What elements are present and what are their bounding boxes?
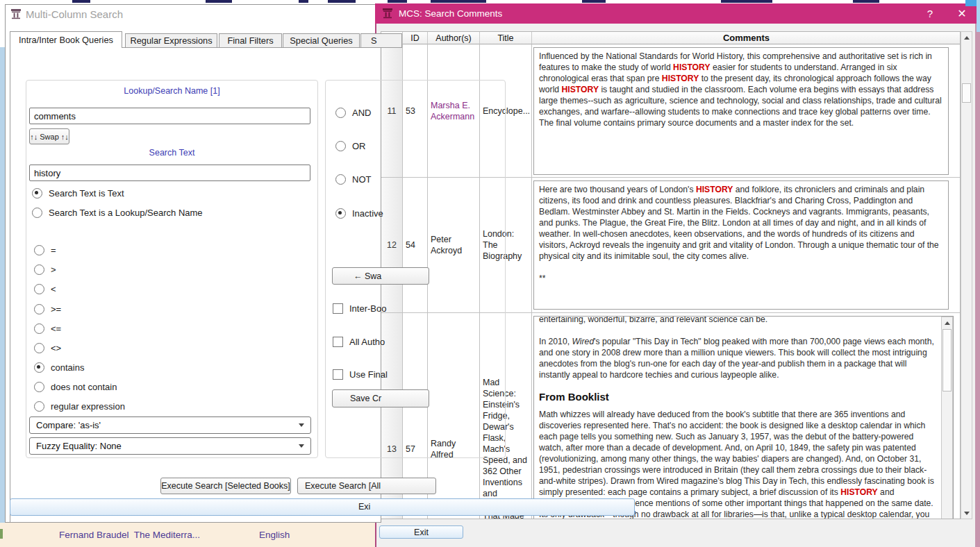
radio-op-regular-expression[interactable]: regular expression (34, 401, 125, 412)
app-pillar-icon (382, 8, 393, 19)
radio-off-icon (34, 382, 44, 392)
radio-logic-or[interactable]: OR (335, 141, 366, 151)
comment-text: Influenced by the National Standards for… (534, 48, 948, 131)
checkbox-use-final[interactable]: Use Final (333, 369, 388, 380)
radio-on-icon (34, 362, 44, 373)
window-title: Multi-Column Search (26, 8, 123, 20)
tab-regular-expressions[interactable]: Regular Expressions (125, 33, 217, 48)
dialog-titlebar[interactable]: MCS: Search Comments ? ✕ (375, 3, 980, 24)
radio-off-icon (34, 343, 44, 353)
radio-off-icon (34, 264, 44, 275)
radio-op-less-equal[interactable]: <= (34, 323, 61, 334)
occluded-window-fragment (299, 0, 308, 3)
occluded-window-fragment (72, 0, 90, 3)
scroll-up-icon[interactable] (962, 33, 971, 43)
exit-button[interactable]: Exit (379, 525, 463, 539)
checkbox-all-authors[interactable]: All Autho (333, 337, 385, 347)
tab-final-filters[interactable]: Final Filters (219, 33, 282, 48)
radio-op-contains[interactable]: contains (34, 362, 84, 373)
radio-off-icon (34, 284, 44, 294)
column-header-title[interactable]: Title (480, 32, 532, 44)
occluded-window-fragment (388, 0, 407, 3)
comment-viewer: Influenced by the National Standards for… (533, 47, 949, 175)
checkbox-inter-book[interactable]: Inter-Boo (333, 303, 386, 314)
scroll-down-icon[interactable] (962, 508, 971, 519)
radio-search-text-is-text[interactable]: Search Text is Text (32, 188, 124, 199)
checkbox-icon (333, 337, 343, 347)
execute-search-all-button[interactable]: Execute Search [All (297, 478, 436, 494)
swap-button[interactable]: ↑↓ Swap ↑↓ (29, 128, 69, 144)
tab-intra-inter-book-queries[interactable]: Intra/Inter Book Queries (10, 31, 122, 48)
scrollbar-thumb[interactable] (942, 329, 952, 392)
screen: Multi-Column Search Intra/Inter Book Que… (0, 0, 980, 547)
compare-dropdown[interactable]: Compare: 'as-is' (29, 416, 311, 434)
table-scrollbar[interactable] (961, 31, 972, 519)
radio-logic-not[interactable]: NOT (335, 174, 371, 185)
radio-op-does-not-contain[interactable]: does not contain (34, 382, 117, 392)
radio-off-icon (34, 245, 44, 255)
dialog-frame-right (975, 24, 980, 547)
status-bar: Fernand Braudel The Mediterra... English (0, 523, 379, 547)
chevron-down-icon (299, 423, 304, 427)
radio-off-icon (34, 401, 44, 412)
radio-off-icon (34, 304, 44, 314)
occluded-window-edge-right (977, 0, 980, 32)
help-button[interactable]: ? (922, 7, 938, 20)
radio-off-icon (335, 174, 346, 185)
occluded-window-fragment (582, 0, 606, 3)
radio-op-not-equal[interactable]: <> (34, 343, 61, 353)
tab-special-queries[interactable]: Special Queries (283, 33, 360, 48)
fuzzy-equality-dropdown[interactable]: Fuzzy Equality: None (29, 437, 311, 455)
occluded-window-fragment (206, 0, 232, 3)
radio-on-icon (32, 188, 42, 199)
checkbox-icon (333, 303, 343, 314)
execute-search-selected-button[interactable]: Execute Search [Selected Books] (160, 478, 291, 494)
radio-off-icon (335, 141, 346, 151)
occluded-window-strip (0, 0, 980, 3)
language-label: English (259, 530, 290, 540)
radio-logic-inactive[interactable]: Inactive (335, 208, 383, 219)
lookup-name-label: Lookup/Search Name [1] (26, 86, 318, 96)
occluded-window-fragment (328, 0, 356, 3)
search-text-input[interactable]: history (29, 165, 310, 181)
radio-on-icon (335, 208, 346, 219)
current-book-label: Fernand Braudel The Mediterra... (59, 530, 200, 540)
column-header-comments[interactable]: Comments (532, 32, 961, 44)
comment-text: entertaining, wonderful, bizarre, and re… (534, 316, 942, 519)
radio-op-equals[interactable]: = (34, 245, 56, 255)
column-header-id[interactable]: ID (403, 32, 428, 44)
occluded-window-edge-left (0, 47, 5, 523)
radio-logic-and[interactable]: AND (335, 108, 371, 118)
lookup-name-input[interactable]: comments (29, 108, 310, 124)
swap-columns-button[interactable]: ← Swa (332, 267, 429, 285)
radio-op-greater-equal[interactable]: >= (34, 304, 61, 314)
search-text-label: Search Text (26, 148, 318, 158)
tab-truncated[interactable]: S (360, 33, 402, 48)
comment-scrollbar[interactable] (941, 317, 953, 519)
comment-viewer: entertaining, wonderful, bizarre, and re… (533, 316, 954, 519)
occluded-window-fragment (853, 0, 879, 3)
status-green-marker (0, 529, 3, 539)
radio-op-less[interactable]: < (34, 284, 56, 294)
chevron-down-icon (299, 444, 304, 448)
radio-off-icon (335, 108, 346, 118)
occluded-window-fragment (721, 0, 772, 3)
scrollbar-thumb[interactable] (962, 83, 971, 103)
radio-off-icon (34, 323, 44, 334)
radio-off-icon (32, 208, 42, 218)
comment-viewer: Here are two thousand years of London's … (533, 180, 949, 310)
comment-text: Here are two thousand years of London's … (534, 181, 948, 287)
scroll-up-icon[interactable] (942, 318, 952, 328)
multi-column-search-window: Multi-Column Search Intra/Inter Book Que… (5, 4, 382, 523)
exit-button-bg-window[interactable]: Exi (10, 498, 635, 516)
occluded-window-fragment (431, 0, 486, 3)
save-criteria-button[interactable]: Save Cr (332, 389, 429, 407)
radio-search-text-is-lookup[interactable]: Search Text is a Lookup/Search Name (32, 208, 203, 218)
close-button[interactable]: ✕ (953, 6, 971, 21)
app-pillar-icon (10, 8, 22, 19)
dialog-title: MCS: Search Comments (399, 8, 502, 19)
radio-op-greater[interactable]: > (34, 264, 56, 275)
column-header-authors[interactable]: Author(s) (428, 32, 480, 44)
checkbox-icon (333, 369, 343, 380)
